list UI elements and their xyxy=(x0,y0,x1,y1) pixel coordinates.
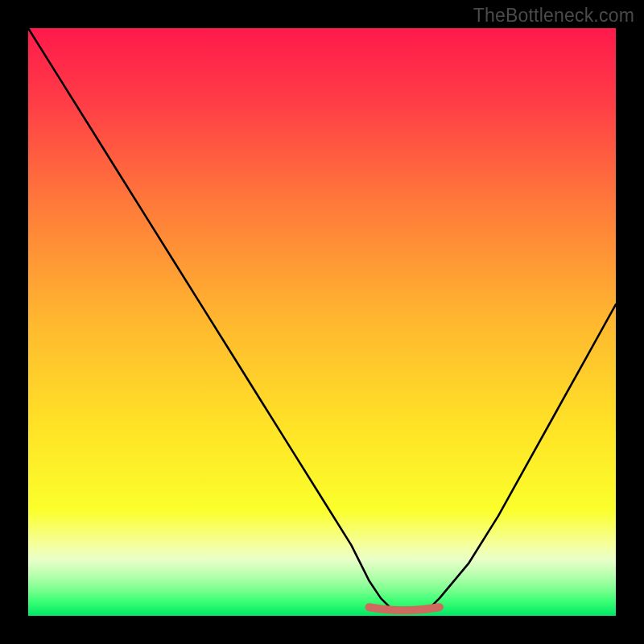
chart-frame: TheBottleneck.com xyxy=(0,0,644,644)
watermark-text: TheBottleneck.com xyxy=(473,5,634,27)
plot-area xyxy=(28,28,616,616)
optimal-range-marker xyxy=(369,607,440,610)
curve-layer xyxy=(28,28,616,616)
bottleneck-curve xyxy=(28,28,616,610)
